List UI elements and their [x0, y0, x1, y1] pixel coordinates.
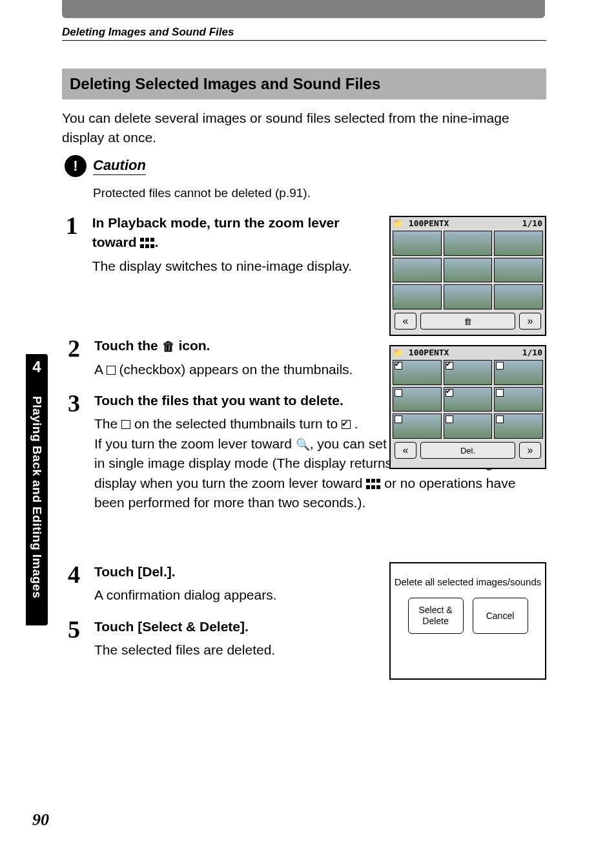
thumb-checkbox-checked-icon — [395, 362, 402, 370]
select-delete-toolbar-button[interactable]: 🗑 — [420, 313, 515, 330]
thumbnail[interactable] — [393, 231, 442, 256]
step-head-text: icon. — [178, 338, 210, 353]
folder-label: 📁 100PENTX — [393, 348, 449, 357]
text: If you turn the zoom lever toward — [94, 436, 296, 451]
nine-thumbnail-icon — [366, 479, 380, 489]
section-heading: Deleting Selected Images and Sound Files — [62, 68, 546, 100]
prev-page-button[interactable]: « — [395, 313, 416, 330]
step-body-text: A (checkbox) appears on the thumbnails. — [94, 360, 353, 379]
thumbnail[interactable] — [444, 360, 493, 385]
image-counter: 1/10 — [522, 218, 542, 228]
top-accent-bar — [62, 0, 545, 18]
step-heading: Touch the 🗑 icon. — [94, 336, 353, 356]
thumb-checkbox-checked-icon — [446, 389, 453, 397]
image-counter: 1/10 — [522, 348, 542, 357]
step-5: 5 Touch [Select & Delete]. The selected … — [62, 617, 372, 660]
next-page-button[interactable]: » — [519, 313, 541, 330]
step-body-line: The on the selected thumbnails turn to . — [94, 414, 378, 434]
magnifier-icon: 🔍 — [296, 436, 310, 453]
select-and-delete-button[interactable]: Select & Delete — [408, 598, 464, 634]
step-number: 5 — [62, 617, 80, 660]
punct: . — [154, 235, 158, 249]
step-number: 1 — [62, 213, 78, 276]
thumbnail-grid — [391, 229, 545, 311]
step-head-text: In Playback mode, turn the zoom lever to… — [92, 215, 340, 249]
lcd-screenshot-select: 📁 100PENTX 1/10 « Del. » — [389, 345, 546, 469]
select-delete-icon: 🗑 — [162, 337, 175, 356]
step-head-text: Touch the — [94, 338, 162, 353]
thumbnail[interactable] — [393, 284, 442, 309]
text: The — [94, 416, 121, 431]
step-heading: Touch [Del.]. — [94, 562, 277, 582]
thumbnail-grid — [391, 358, 545, 441]
step-1: 1 In Playback mode, turn the zoom lever … — [62, 213, 372, 276]
thumbnail[interactable] — [393, 258, 442, 283]
thumbnail[interactable] — [393, 360, 442, 385]
cancel-button[interactable]: Cancel — [473, 598, 528, 634]
caution-text: Protected files cannot be deleted (p.91)… — [93, 186, 311, 200]
step-body-text: A confirmation dialog appears. — [94, 585, 277, 605]
thumbnail[interactable] — [444, 231, 493, 256]
next-page-button[interactable]: » — [519, 442, 541, 459]
checkbox-checked-icon — [342, 420, 351, 429]
text: (checkbox) appears on the thumbnails. — [119, 362, 353, 377]
step-4: 4 Touch [Del.]. A confirmation dialog ap… — [62, 562, 372, 605]
text: A — [94, 362, 107, 377]
step-number: 4 — [62, 562, 80, 605]
running-header: Deleting Images and Sound Files — [62, 26, 546, 41]
thumbnail[interactable] — [494, 284, 543, 309]
intro-paragraph: You can delete several images or sound f… — [62, 109, 540, 148]
lcd-screenshot-browse: 📁 100PENTX 1/10 « 🗑 » — [389, 216, 546, 336]
thumbnail[interactable] — [444, 414, 493, 439]
chapter-number: 4 — [26, 358, 48, 376]
text: . — [354, 416, 358, 431]
caution-row: ! Caution — [65, 155, 146, 177]
thumb-checkbox-icon — [496, 362, 504, 370]
thumbnail[interactable] — [444, 387, 493, 412]
thumb-checkbox-icon — [395, 415, 402, 423]
thumbnail[interactable] — [393, 387, 442, 412]
delete-button[interactable]: Del. — [420, 442, 515, 459]
thumb-checkbox-icon — [496, 389, 504, 397]
checkbox-empty-icon — [107, 366, 116, 375]
thumb-checkbox-icon — [446, 415, 453, 423]
nine-thumbnail-icon — [140, 238, 154, 248]
thumbnail[interactable] — [444, 284, 493, 309]
folder-label: 📁 100PENTX — [393, 218, 449, 228]
step-number: 2 — [62, 336, 80, 379]
thumbnail[interactable] — [494, 360, 543, 385]
thumb-checkbox-checked-icon — [446, 362, 453, 370]
prev-page-button[interactable]: « — [395, 442, 416, 459]
caution-icon: ! — [65, 155, 87, 177]
step-heading: Touch the files that you want to delete. — [94, 391, 378, 410]
thumbnail[interactable] — [494, 414, 543, 439]
text: on the selected thumbnails turn to — [134, 416, 342, 431]
step-body-text: The display switches to nine-image displ… — [92, 257, 372, 276]
step-heading: In Playback mode, turn the zoom lever to… — [92, 213, 372, 253]
confirm-message: Delete all selected images/sounds — [391, 575, 545, 589]
step-body-text: The selected files are deleted. — [94, 640, 275, 660]
caution-label: Caution — [93, 157, 146, 175]
thumbnail[interactable] — [494, 387, 543, 412]
thumbnail[interactable] — [444, 258, 493, 283]
thumb-checkbox-icon — [496, 415, 504, 423]
confirm-dialog: Delete all selected images/sounds Select… — [389, 562, 546, 680]
checkbox-empty-icon — [121, 420, 130, 429]
thumbnail[interactable] — [494, 231, 543, 256]
thumbnail[interactable] — [494, 258, 543, 283]
step-number: 3 — [62, 391, 80, 513]
thumb-checkbox-icon — [395, 389, 402, 397]
chapter-tab: 4 Playing Back and Editing Images — [26, 354, 48, 625]
thumbnail[interactable] — [393, 414, 442, 439]
step-heading: Touch [Select & Delete]. — [94, 617, 275, 636]
step-2: 2 Touch the 🗑 icon. A (checkbox) appears… — [62, 336, 372, 379]
manual-page: Deleting Images and Sound Files Deleting… — [0, 0, 616, 849]
page-number: 90 — [32, 810, 49, 830]
chapter-label: Playing Back and Editing Images — [30, 381, 44, 614]
